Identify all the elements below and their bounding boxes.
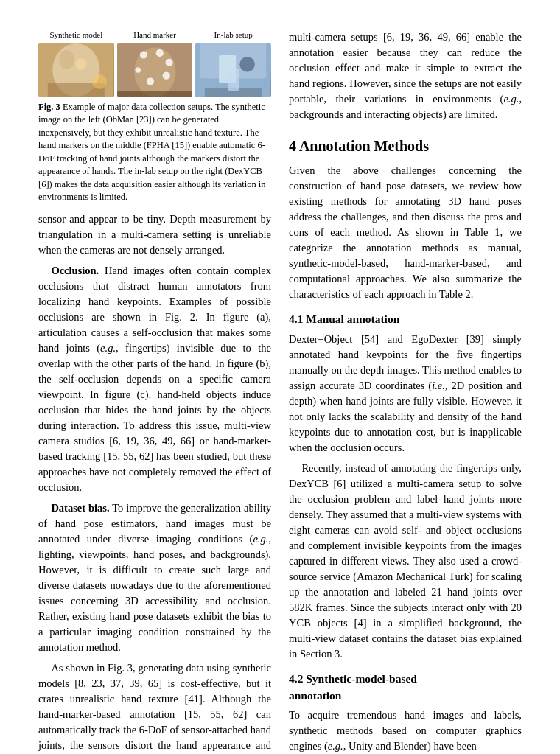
dataset-bias-bold: Dataset bias.: [51, 502, 109, 514]
hand-marker-img: [117, 43, 193, 97]
svg-rect-13: [117, 91, 193, 97]
s41-para2: Recently, instead of annotating the fing…: [289, 461, 522, 662]
svg-point-4: [75, 59, 86, 70]
left-para-1: sensor and appear to be tiny. Depth meas…: [38, 212, 271, 258]
svg-point-12: [135, 67, 141, 73]
right-para-multicam: multi-camera setups [6, 19, 36, 49, 66] …: [289, 29, 522, 122]
page: Synthetic model Hand mark: [0, 0, 560, 754]
subsection-42-heading: 4.2 Synthetic-model-basedannotation: [289, 671, 522, 704]
inlab-setup-label: In-lab setup: [214, 29, 253, 41]
right-column: multi-camera setups [6, 19, 36, 49, 66] …: [289, 29, 522, 754]
synthetic-model-label: Synthetic model: [49, 29, 102, 41]
left-para-occlusion: Occlusion. Hand images often contain com…: [38, 263, 271, 495]
figure-images: Synthetic model Hand mark: [38, 29, 271, 97]
figure-3: Synthetic model Hand mark: [38, 29, 271, 204]
svg-point-2: [59, 50, 74, 69]
and-text: and: [346, 108, 362, 120]
occlusion-bold: Occlusion.: [51, 265, 99, 276]
figure-caption-text: Example of major data collection setups.…: [38, 102, 266, 203]
s42-para1: To acquire tremendous hand images and la…: [289, 708, 522, 754]
svg-point-7: [139, 51, 147, 58]
s41-para1: Dexter+Object [54] and EgoDexter [39] si…: [289, 332, 522, 455]
svg-point-9: [165, 59, 172, 66]
two-column-layout: Synthetic model Hand mark: [38, 29, 522, 754]
inlab-setup-img: [195, 43, 271, 97]
svg-point-8: [155, 49, 163, 57]
left-para-dataset-bias: Dataset bias. To improve the generalizat…: [38, 500, 271, 655]
left-column: Synthetic model Hand mark: [38, 29, 271, 754]
svg-rect-3: [48, 83, 105, 97]
subsection-41-heading: 4.1 Manual annotation: [289, 311, 522, 327]
section-4-heading: 4 Annotation Methods: [289, 136, 522, 157]
svg-rect-17: [205, 88, 262, 97]
hand-marker-label: Hand marker: [133, 29, 176, 41]
inlab-setup-wrap: In-lab setup: [195, 29, 271, 97]
figure-caption: Fig. 3 Example of major data collection …: [38, 101, 271, 204]
figure-label: Fig. 3: [38, 102, 60, 112]
svg-rect-16: [219, 55, 236, 83]
svg-point-11: [146, 77, 153, 85]
synthetic-model-img: [38, 43, 114, 97]
synthetic-model-wrap: Synthetic model: [38, 29, 114, 97]
hand-marker-wrap: Hand marker: [117, 29, 193, 97]
svg-point-18: [240, 57, 256, 72]
left-para-fig3-ref: As shown in Fig. 3, generating data usin…: [38, 660, 271, 754]
svg-point-10: [162, 72, 169, 80]
section4-intro: Given the above challenges concerning th…: [289, 163, 522, 302]
